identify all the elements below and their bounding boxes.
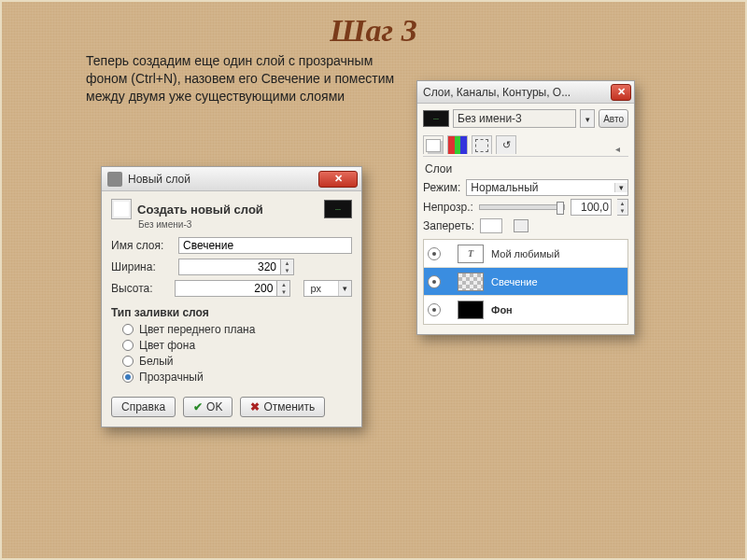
lock-alpha-icon[interactable] bbox=[514, 219, 529, 232]
layer-name-label: Свечение bbox=[491, 276, 538, 287]
layer-list: T Мой любимый Свечение Фон bbox=[423, 239, 628, 325]
help-button[interactable]: Справка bbox=[111, 397, 176, 417]
tab-undo-history[interactable]: ↺ bbox=[496, 135, 516, 154]
auto-button[interactable]: Авто bbox=[599, 109, 628, 128]
width-input[interactable] bbox=[178, 259, 281, 275]
layer-thumbnail bbox=[458, 273, 484, 291]
layers-dock-titlebar[interactable]: Слои, Каналы, Контуры, О... ✕ bbox=[417, 81, 634, 104]
eye-icon[interactable] bbox=[428, 275, 441, 288]
image-select[interactable]: Без имени-3 bbox=[453, 109, 576, 128]
eye-icon[interactable] bbox=[428, 247, 441, 260]
layer-item[interactable]: T Мой любимый bbox=[424, 240, 627, 268]
layer-name-label: Фон bbox=[491, 304, 513, 315]
close-icon[interactable]: ✕ bbox=[318, 171, 358, 188]
eye-icon[interactable] bbox=[428, 303, 441, 316]
dialog-heading: Создать новый слой bbox=[137, 203, 263, 217]
height-spinner[interactable]: ▲▼ bbox=[277, 280, 290, 297]
page-title: Шаг 3 bbox=[2, 13, 745, 49]
name-label: Имя слоя: bbox=[111, 239, 173, 252]
layer-thumbnail bbox=[458, 301, 484, 319]
ok-button[interactable]: ✔OK bbox=[183, 397, 233, 417]
cancel-button[interactable]: ✖Отменить bbox=[240, 397, 325, 417]
height-label: Высота: bbox=[111, 282, 169, 295]
layers-dock-title: Слои, Каналы, Контуры, О... bbox=[423, 86, 611, 99]
opacity-spinner[interactable]: ▲▼ bbox=[617, 199, 628, 216]
layer-name-label: Мой любимый bbox=[491, 248, 559, 259]
new-layer-icon bbox=[111, 199, 132, 219]
image-thumbnail: ··· bbox=[324, 200, 352, 218]
chevron-down-icon[interactable]: ▾ bbox=[580, 109, 595, 128]
chevron-down-icon: ▾ bbox=[614, 183, 627, 192]
new-layer-titlebar[interactable]: Новый слой ✕ bbox=[102, 167, 361, 191]
tab-menu-icon[interactable]: ◂ bbox=[615, 144, 628, 154]
layer-thumbnail: T bbox=[458, 245, 484, 263]
image-thumbnail: ··· bbox=[423, 110, 449, 127]
chevron-down-icon: ▾ bbox=[338, 281, 351, 296]
layer-item[interactable]: Фон bbox=[424, 296, 627, 324]
instructions-text: Теперь создадим еще один слой с прозрачн… bbox=[86, 52, 403, 105]
layer-item[interactable]: Свечение bbox=[424, 268, 627, 296]
tab-layers[interactable] bbox=[423, 135, 444, 154]
fill-transparent-radio[interactable]: Прозрачный bbox=[122, 371, 352, 384]
opacity-label: Непрозр.: bbox=[423, 201, 473, 214]
opacity-value[interactable]: 100,0 bbox=[571, 199, 612, 216]
lock-label: Запереть: bbox=[423, 219, 474, 232]
fill-type-title: Тип заливки слоя bbox=[111, 306, 352, 319]
fill-background-radio[interactable]: Цвет фона bbox=[122, 339, 352, 352]
gimp-icon bbox=[107, 172, 122, 187]
layer-name-input[interactable] bbox=[178, 237, 352, 254]
new-layer-window-title: Новый слой bbox=[128, 173, 318, 186]
width-label: Ширина: bbox=[111, 260, 173, 273]
unit-select[interactable]: px▾ bbox=[303, 280, 352, 297]
fill-foreground-radio[interactable]: Цвет переднего плана bbox=[122, 323, 352, 336]
width-spinner[interactable]: ▲▼ bbox=[281, 259, 294, 275]
layers-section-title: Слои bbox=[425, 162, 628, 175]
lock-pixels-toggle[interactable] bbox=[480, 218, 502, 233]
fill-white-radio[interactable]: Белый bbox=[122, 355, 352, 368]
height-input[interactable] bbox=[175, 280, 277, 297]
mode-label: Режим: bbox=[423, 181, 460, 194]
new-layer-dialog: Новый слой ✕ Создать новый слой ··· Без … bbox=[101, 166, 362, 427]
layers-dock: Слои, Каналы, Контуры, О... ✕ ··· Без им… bbox=[416, 80, 635, 335]
tab-channels[interactable] bbox=[447, 135, 468, 154]
mode-select[interactable]: Нормальный▾ bbox=[466, 179, 628, 196]
close-icon[interactable]: ✕ bbox=[611, 84, 631, 101]
dialog-image-name: Без имени-3 bbox=[138, 219, 352, 230]
opacity-slider[interactable] bbox=[479, 204, 565, 210]
tab-paths[interactable] bbox=[472, 135, 492, 154]
